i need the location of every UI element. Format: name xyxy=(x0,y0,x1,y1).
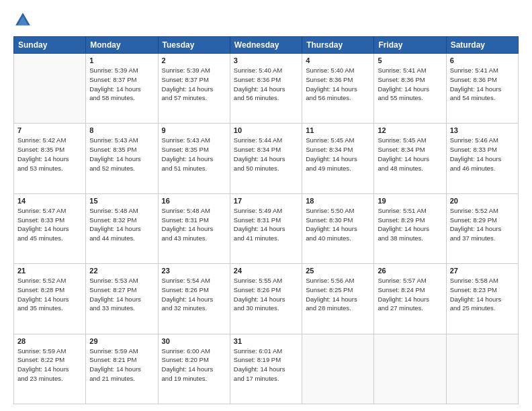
calendar-cell: 28Sunrise: 5:59 AM Sunset: 8:22 PM Dayli… xyxy=(14,334,86,404)
calendar-cell: 14Sunrise: 5:47 AM Sunset: 8:33 PM Dayli… xyxy=(14,193,86,263)
calendar-weekday-saturday: Saturday xyxy=(446,37,518,54)
calendar-cell: 15Sunrise: 5:48 AM Sunset: 8:32 PM Dayli… xyxy=(86,193,158,263)
day-info: Sunrise: 5:55 AM Sunset: 8:26 PM Dayligh… xyxy=(234,276,298,313)
calendar-weekday-thursday: Thursday xyxy=(302,37,374,54)
calendar-week-row: 1Sunrise: 5:39 AM Sunset: 8:37 PM Daylig… xyxy=(14,54,519,124)
calendar-weekday-sunday: Sunday xyxy=(14,37,86,54)
day-number: 15 xyxy=(89,197,154,205)
calendar-cell: 31Sunrise: 6:01 AM Sunset: 8:19 PM Dayli… xyxy=(230,334,302,404)
day-info: Sunrise: 5:44 AM Sunset: 8:34 PM Dayligh… xyxy=(234,136,298,173)
calendar-cell: 2Sunrise: 5:39 AM Sunset: 8:37 PM Daylig… xyxy=(158,54,230,124)
calendar-week-row: 28Sunrise: 5:59 AM Sunset: 8:22 PM Dayli… xyxy=(14,334,519,404)
day-info: Sunrise: 5:50 AM Sunset: 8:30 PM Dayligh… xyxy=(306,206,370,243)
day-info: Sunrise: 5:58 AM Sunset: 8:23 PM Dayligh… xyxy=(450,276,515,313)
calendar-cell: 12Sunrise: 5:45 AM Sunset: 8:34 PM Dayli… xyxy=(374,124,446,193)
day-info: Sunrise: 5:40 AM Sunset: 8:36 PM Dayligh… xyxy=(306,66,370,103)
day-info: Sunrise: 5:59 AM Sunset: 8:21 PM Dayligh… xyxy=(89,347,154,383)
day-number: 31 xyxy=(234,337,298,345)
day-info: Sunrise: 5:49 AM Sunset: 8:31 PM Dayligh… xyxy=(234,206,298,243)
calendar-week-row: 7Sunrise: 5:42 AM Sunset: 8:35 PM Daylig… xyxy=(14,124,519,193)
day-number: 8 xyxy=(89,126,154,134)
day-info: Sunrise: 5:51 AM Sunset: 8:29 PM Dayligh… xyxy=(378,206,442,243)
day-number: 4 xyxy=(306,56,370,64)
day-info: Sunrise: 5:54 AM Sunset: 8:26 PM Dayligh… xyxy=(162,276,226,313)
calendar-cell: 24Sunrise: 5:55 AM Sunset: 8:26 PM Dayli… xyxy=(230,264,302,334)
calendar-weekday-tuesday: Tuesday xyxy=(158,37,230,54)
calendar-cell: 30Sunrise: 6:00 AM Sunset: 8:20 PM Dayli… xyxy=(158,334,230,404)
day-number: 14 xyxy=(17,197,82,205)
day-number: 18 xyxy=(306,197,370,205)
day-number: 26 xyxy=(378,267,442,275)
logo-icon xyxy=(13,11,32,30)
day-info: Sunrise: 5:43 AM Sunset: 8:35 PM Dayligh… xyxy=(162,136,226,173)
calendar-cell: 11Sunrise: 5:45 AM Sunset: 8:34 PM Dayli… xyxy=(302,124,374,193)
calendar-weekday-wednesday: Wednesday xyxy=(230,37,302,54)
day-number: 29 xyxy=(89,337,154,345)
calendar-cell: 8Sunrise: 5:43 AM Sunset: 8:35 PM Daylig… xyxy=(86,124,158,193)
calendar-cell: 17Sunrise: 5:49 AM Sunset: 8:31 PM Dayli… xyxy=(230,193,302,263)
day-info: Sunrise: 5:47 AM Sunset: 8:33 PM Dayligh… xyxy=(17,206,82,243)
calendar-cell xyxy=(374,334,446,404)
calendar-week-row: 14Sunrise: 5:47 AM Sunset: 8:33 PM Dayli… xyxy=(14,193,519,263)
logo xyxy=(13,11,35,30)
day-number: 25 xyxy=(306,267,370,275)
calendar-cell: 13Sunrise: 5:46 AM Sunset: 8:33 PM Dayli… xyxy=(446,124,518,193)
day-number: 22 xyxy=(89,267,154,275)
day-number: 16 xyxy=(162,197,226,205)
day-number: 30 xyxy=(162,337,226,345)
day-number: 23 xyxy=(162,267,226,275)
calendar-cell: 22Sunrise: 5:53 AM Sunset: 8:27 PM Dayli… xyxy=(86,264,158,334)
day-info: Sunrise: 6:01 AM Sunset: 8:19 PM Dayligh… xyxy=(234,347,298,383)
day-number: 27 xyxy=(450,267,515,275)
calendar-table: SundayMondayTuesdayWednesdayThursdayFrid… xyxy=(13,36,519,404)
calendar-cell xyxy=(14,54,86,124)
day-number: 21 xyxy=(17,267,82,275)
day-info: Sunrise: 5:48 AM Sunset: 8:31 PM Dayligh… xyxy=(162,206,226,243)
day-number: 19 xyxy=(378,197,442,205)
day-info: Sunrise: 5:52 AM Sunset: 8:28 PM Dayligh… xyxy=(17,276,82,313)
calendar-weekday-monday: Monday xyxy=(86,37,158,54)
calendar-cell: 7Sunrise: 5:42 AM Sunset: 8:35 PM Daylig… xyxy=(14,124,86,193)
calendar-cell: 21Sunrise: 5:52 AM Sunset: 8:28 PM Dayli… xyxy=(14,264,86,334)
day-info: Sunrise: 5:40 AM Sunset: 8:36 PM Dayligh… xyxy=(234,66,298,103)
day-info: Sunrise: 5:56 AM Sunset: 8:25 PM Dayligh… xyxy=(306,276,370,313)
day-info: Sunrise: 5:45 AM Sunset: 8:34 PM Dayligh… xyxy=(378,136,442,173)
calendar-cell: 18Sunrise: 5:50 AM Sunset: 8:30 PM Dayli… xyxy=(302,193,374,263)
day-number: 7 xyxy=(17,126,82,134)
day-info: Sunrise: 5:57 AM Sunset: 8:24 PM Dayligh… xyxy=(378,276,442,313)
calendar-cell: 19Sunrise: 5:51 AM Sunset: 8:29 PM Dayli… xyxy=(374,193,446,263)
day-info: Sunrise: 6:00 AM Sunset: 8:20 PM Dayligh… xyxy=(162,347,226,383)
page: SundayMondayTuesdayWednesdayThursdayFrid… xyxy=(0,0,532,411)
calendar-cell xyxy=(302,334,374,404)
calendar-cell: 29Sunrise: 5:59 AM Sunset: 8:21 PM Dayli… xyxy=(86,334,158,404)
calendar-cell: 16Sunrise: 5:48 AM Sunset: 8:31 PM Dayli… xyxy=(158,193,230,263)
calendar-cell xyxy=(446,334,518,404)
day-number: 9 xyxy=(162,126,226,134)
day-number: 1 xyxy=(89,56,154,64)
calendar-cell: 1Sunrise: 5:39 AM Sunset: 8:37 PM Daylig… xyxy=(86,54,158,124)
calendar-cell: 5Sunrise: 5:41 AM Sunset: 8:36 PM Daylig… xyxy=(374,54,446,124)
day-info: Sunrise: 5:41 AM Sunset: 8:36 PM Dayligh… xyxy=(450,66,515,103)
calendar-cell: 4Sunrise: 5:40 AM Sunset: 8:36 PM Daylig… xyxy=(302,54,374,124)
calendar-cell: 10Sunrise: 5:44 AM Sunset: 8:34 PM Dayli… xyxy=(230,124,302,193)
calendar-cell: 6Sunrise: 5:41 AM Sunset: 8:36 PM Daylig… xyxy=(446,54,518,124)
calendar-cell: 9Sunrise: 5:43 AM Sunset: 8:35 PM Daylig… xyxy=(158,124,230,193)
calendar-weekday-friday: Friday xyxy=(374,37,446,54)
calendar-cell: 20Sunrise: 5:52 AM Sunset: 8:29 PM Dayli… xyxy=(446,193,518,263)
calendar-cell: 3Sunrise: 5:40 AM Sunset: 8:36 PM Daylig… xyxy=(230,54,302,124)
day-info: Sunrise: 5:39 AM Sunset: 8:37 PM Dayligh… xyxy=(89,66,154,103)
day-info: Sunrise: 5:41 AM Sunset: 8:36 PM Dayligh… xyxy=(378,66,442,103)
day-info: Sunrise: 5:39 AM Sunset: 8:37 PM Dayligh… xyxy=(162,66,226,103)
day-info: Sunrise: 5:48 AM Sunset: 8:32 PM Dayligh… xyxy=(89,206,154,243)
day-number: 28 xyxy=(17,337,82,345)
day-info: Sunrise: 5:53 AM Sunset: 8:27 PM Dayligh… xyxy=(89,276,154,313)
day-number: 10 xyxy=(234,126,298,134)
day-number: 20 xyxy=(450,197,515,205)
day-info: Sunrise: 5:42 AM Sunset: 8:35 PM Dayligh… xyxy=(17,136,82,173)
day-number: 11 xyxy=(306,126,370,134)
calendar-cell: 27Sunrise: 5:58 AM Sunset: 8:23 PM Dayli… xyxy=(446,264,518,334)
calendar-header-row: SundayMondayTuesdayWednesdayThursdayFrid… xyxy=(14,37,519,54)
day-number: 17 xyxy=(234,197,298,205)
day-number: 12 xyxy=(378,126,442,134)
day-number: 2 xyxy=(162,56,226,64)
